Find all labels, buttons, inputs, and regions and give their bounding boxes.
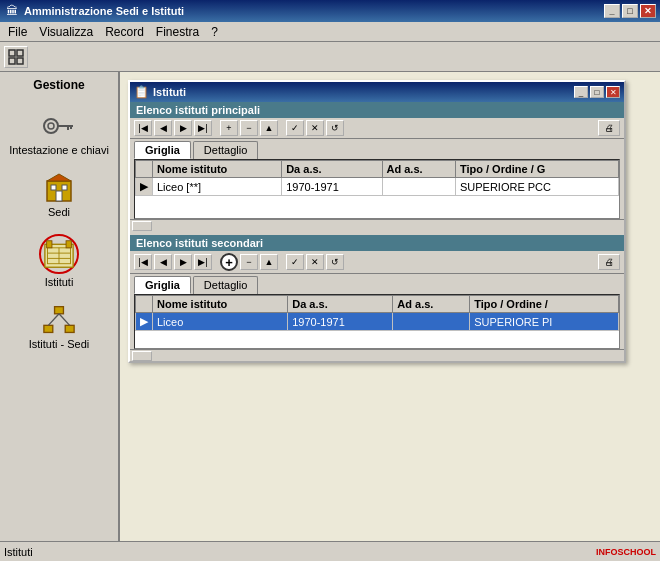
sidebar-label-intestazione: Intestazione e chiavi	[9, 144, 109, 156]
sidebar: Gestione Intestazione e chiavi	[0, 72, 120, 541]
istituti-icon	[43, 238, 75, 270]
table-row[interactable]: ▶ Liceo [**] 1970-1971 SUPERIORE PCC	[136, 178, 619, 196]
first-record-button-1[interactable]: |◀	[134, 120, 152, 136]
inner-maximize-button[interactable]: □	[590, 86, 604, 98]
row-indicator-2: ▶	[136, 313, 153, 331]
cell-ad-as-2	[393, 313, 470, 331]
last-record-button-1[interactable]: ▶|	[194, 120, 212, 136]
window-controls: _ □ ✕	[604, 4, 656, 18]
menu-record[interactable]: Record	[99, 23, 150, 41]
inner-minimize-button[interactable]: _	[574, 86, 588, 98]
app-title: Amministrazione Sedi e Istituti	[24, 5, 600, 17]
tab-dettaglio-2[interactable]: Dettaglio	[193, 276, 258, 294]
inner-window-istituti: 📋 Istituti _ □ ✕ Elenco istituti princip…	[128, 80, 626, 363]
col-indicator-2	[136, 296, 153, 313]
refresh-button-1[interactable]: ↺	[326, 120, 344, 136]
sidebar-item-istituti[interactable]: Istituti	[0, 230, 118, 292]
tab-dettaglio-1[interactable]: Dettaglio	[193, 141, 258, 159]
prev-record-button-1[interactable]: ◀	[154, 120, 172, 136]
next-record-button-2[interactable]: ▶	[174, 254, 192, 270]
svg-rect-10	[51, 185, 56, 190]
section-header-principali: Elenco istituti principali	[130, 102, 624, 118]
remove-record-button-2[interactable]: −	[240, 254, 258, 270]
col-da-as-2: Da a.s.	[288, 296, 393, 313]
col-tipo-2: Tipo / Ordine /	[470, 296, 619, 313]
svg-rect-12	[56, 191, 62, 201]
svg-rect-21	[55, 307, 64, 314]
menu-bar: File Visualizza Record Finestra ?	[0, 22, 660, 42]
status-text: Istituti	[4, 546, 596, 558]
confirm-button-1[interactable]: ✓	[286, 120, 304, 136]
confirm-button-2[interactable]: ✓	[286, 254, 304, 270]
sidebar-item-intestazione[interactable]: Intestazione e chiavi	[0, 106, 118, 160]
col-ad-as-1: Ad a.s.	[382, 161, 455, 178]
svg-rect-0	[9, 50, 15, 56]
svg-rect-2	[9, 58, 15, 64]
table-row[interactable]: ▶ Liceo 1970-1971 SUPERIORE PI	[136, 313, 619, 331]
inner-close-button[interactable]: ✕	[606, 86, 620, 98]
cell-da-as-1: 1970-1971	[282, 178, 382, 196]
menu-finestra[interactable]: Finestra	[150, 23, 205, 41]
status-bar: Istituti INFOSCHOOL	[0, 541, 660, 561]
col-da-as-1: Da a.s.	[282, 161, 382, 178]
col-indicator-1	[136, 161, 153, 178]
svg-rect-23	[65, 325, 74, 332]
app-icon: 🏛	[4, 3, 20, 19]
svg-point-5	[48, 123, 54, 129]
print-button-2[interactable]: 🖨	[598, 254, 620, 270]
work-area: 📋 Istituti _ □ ✕ Elenco istituti princip…	[120, 72, 660, 541]
sidebar-item-istituti-sedi[interactable]: Istituti - Sedi	[0, 300, 118, 354]
up-button-1[interactable]: ▲	[260, 120, 278, 136]
scroll-thumb-1[interactable]	[132, 221, 152, 231]
menu-file[interactable]: File	[2, 23, 33, 41]
scrollbar-secondari[interactable]	[130, 349, 624, 361]
svg-point-4	[44, 119, 58, 133]
grid-view-button[interactable]	[4, 46, 28, 68]
svg-rect-1	[17, 50, 23, 56]
cancel-button-1[interactable]: ✕	[306, 120, 324, 136]
print-button-1[interactable]: 🖨	[598, 120, 620, 136]
network-icon	[43, 304, 75, 336]
svg-rect-20	[66, 241, 71, 248]
inner-title-bar: 📋 Istituti _ □ ✕	[130, 82, 624, 102]
tab-griglia-1[interactable]: Griglia	[134, 141, 191, 159]
key-icon	[43, 110, 75, 142]
maximize-button[interactable]: □	[622, 4, 638, 18]
scroll-thumb-2[interactable]	[132, 351, 152, 361]
svg-rect-22	[44, 325, 53, 332]
menu-visualizza[interactable]: Visualizza	[33, 23, 99, 41]
istituti-icon-wrapper	[39, 234, 79, 274]
title-bar: 🏛 Amministrazione Sedi e Istituti _ □ ✕	[0, 0, 660, 22]
cell-nome-2: Liceo	[153, 313, 288, 331]
building-icon	[43, 172, 75, 204]
sidebar-label-istituti-sedi: Istituti - Sedi	[29, 338, 90, 350]
main-toolbar	[0, 42, 660, 72]
tab-griglia-2[interactable]: Griglia	[134, 276, 191, 294]
cell-ad-as-1	[382, 178, 455, 196]
minimize-button[interactable]: _	[604, 4, 620, 18]
col-nome-2: Nome istituto	[153, 296, 288, 313]
add-record-button-1[interactable]: +	[220, 120, 238, 136]
close-button[interactable]: ✕	[640, 4, 656, 18]
up-button-2[interactable]: ▲	[260, 254, 278, 270]
tabs-principali: Griglia Dettaglio	[130, 139, 624, 159]
svg-rect-19	[47, 241, 52, 248]
table-principali: Nome istituto Da a.s. Ad a.s. Tipo / Ord…	[134, 159, 620, 219]
sidebar-item-sedi[interactable]: Sedi	[0, 168, 118, 222]
scrollbar-principali[interactable]	[130, 219, 624, 231]
brand-label: INFOSCHOOL	[596, 547, 656, 557]
cancel-button-2[interactable]: ✕	[306, 254, 324, 270]
svg-rect-11	[62, 185, 67, 190]
svg-line-24	[48, 314, 59, 326]
first-record-button-2[interactable]: |◀	[134, 254, 152, 270]
last-record-button-2[interactable]: ▶|	[194, 254, 212, 270]
nav-toolbar-principali: |◀ ◀ ▶ ▶| + − ▲ ✓ ✕ ↺ 🖨	[130, 118, 624, 139]
section-header-secondari: Elenco istituti secondari	[130, 235, 624, 251]
next-record-button-1[interactable]: ▶	[174, 120, 192, 136]
menu-help[interactable]: ?	[205, 23, 224, 41]
prev-record-button-2[interactable]: ◀	[154, 254, 172, 270]
remove-record-button-1[interactable]: −	[240, 120, 258, 136]
add-record-button-2[interactable]: +	[220, 253, 238, 271]
inner-window-title: Istituti	[153, 86, 570, 98]
refresh-button-2[interactable]: ↺	[326, 254, 344, 270]
